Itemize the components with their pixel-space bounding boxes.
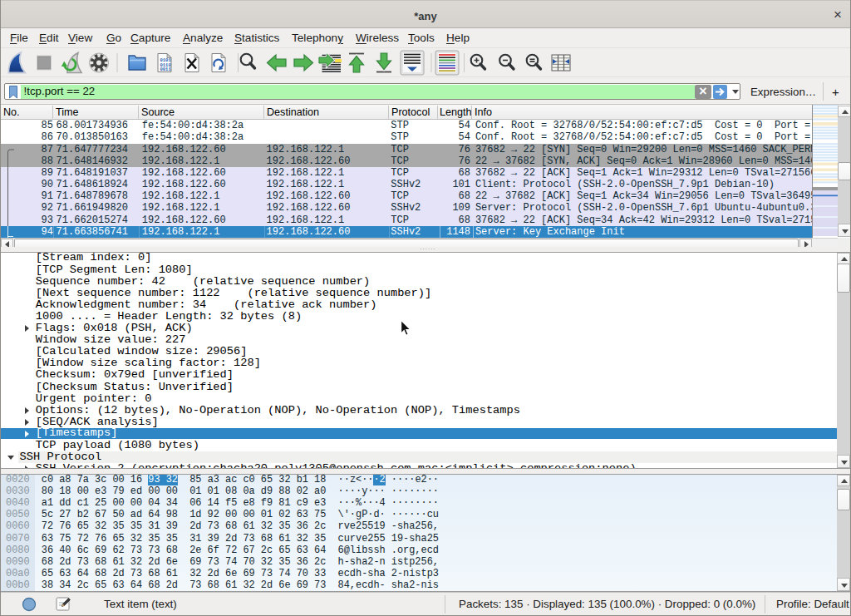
svg-text:0011: 0011 [160, 67, 172, 72]
